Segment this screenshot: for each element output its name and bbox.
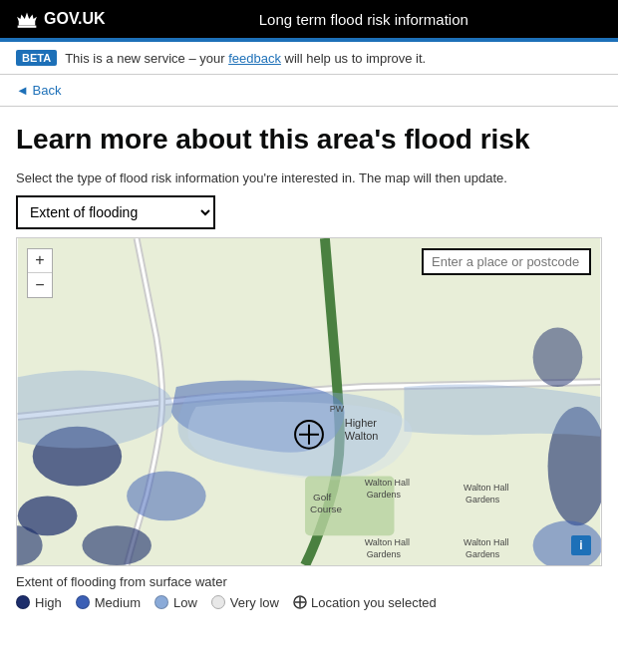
svg-text:Gardens: Gardens — [367, 549, 402, 559]
svg-text:PW: PW — [330, 404, 345, 414]
page-title: Learn more about this area's flood risk — [16, 123, 602, 157]
beta-banner: BETA This is a new service – your feedba… — [0, 42, 618, 75]
svg-point-8 — [127, 471, 206, 520]
very-low-label: Very low — [230, 595, 279, 610]
legend-item-high: High — [16, 595, 62, 610]
header-title: Long term flood risk information — [126, 11, 602, 28]
legend: High Medium Low Very low Location — [16, 595, 602, 610]
map-background: Higher Walton Golf Course Walton Hall Ga… — [17, 238, 601, 565]
svg-text:Gardens: Gardens — [367, 490, 402, 500]
svg-text:Walton Hall: Walton Hall — [365, 478, 410, 488]
beta-text: This is a new service – your feedback wi… — [65, 51, 426, 66]
very-low-dot — [211, 595, 225, 609]
main-content: Learn more about this area's flood risk … — [0, 107, 618, 610]
svg-text:Golf: Golf — [313, 492, 331, 503]
svg-text:Walton Hall: Walton Hall — [365, 537, 410, 547]
legend-item-medium: Medium — [76, 595, 141, 610]
medium-dot — [76, 595, 90, 609]
back-link-container: ◄ Back — [0, 75, 618, 107]
svg-point-7 — [533, 327, 583, 387]
svg-text:Gardens: Gardens — [465, 549, 500, 559]
high-dot — [16, 595, 30, 609]
site-header: GOV.UK Long term flood risk information — [0, 0, 618, 42]
flood-map: Higher Walton Golf Course Walton Hall Ga… — [16, 237, 602, 566]
zoom-in-button[interactable]: + — [28, 249, 52, 273]
zoom-controls: + − — [27, 248, 53, 298]
extent-label: Extent of flooding from surface water — [16, 574, 602, 589]
feedback-link[interactable]: feedback — [228, 51, 281, 66]
medium-label: Medium — [95, 595, 141, 610]
svg-text:Course: Course — [310, 504, 342, 514]
info-button[interactable]: i — [571, 535, 591, 555]
svg-text:Walton Hall: Walton Hall — [464, 483, 508, 493]
low-dot — [154, 595, 168, 609]
location-label: Location you selected — [311, 595, 437, 610]
flood-type-select[interactable]: Extent of flooding Flood zone 2 Flood zo… — [16, 195, 215, 229]
legend-item-location: Location you selected — [293, 595, 437, 610]
svg-rect-0 — [18, 26, 37, 28]
below-map: Extent of flooding from surface water Hi… — [16, 566, 602, 610]
svg-text:Walton: Walton — [345, 429, 379, 441]
location-selected-icon — [293, 595, 307, 609]
gov-uk-logo: GOV.UK — [16, 10, 106, 28]
flood-type-dropdown-wrapper: Extent of flooding Flood zone 2 Flood zo… — [16, 195, 602, 229]
svg-text:Walton Hall: Walton Hall — [464, 537, 508, 547]
instruction-text: Select the type of flood risk informatio… — [16, 170, 602, 185]
zoom-out-button[interactable]: − — [28, 273, 52, 297]
svg-point-5 — [82, 525, 152, 565]
svg-text:Gardens: Gardens — [465, 495, 500, 504]
legend-item-low: Low — [154, 595, 197, 610]
postcode-input[interactable] — [422, 248, 591, 275]
crown-icon — [16, 10, 38, 28]
back-button[interactable]: ◄ Back — [16, 83, 61, 98]
low-label: Low — [173, 595, 197, 610]
high-label: High — [35, 595, 62, 610]
svg-text:Higher: Higher — [345, 416, 378, 428]
beta-tag: BETA — [16, 50, 57, 66]
legend-item-very-low: Very low — [211, 595, 279, 610]
